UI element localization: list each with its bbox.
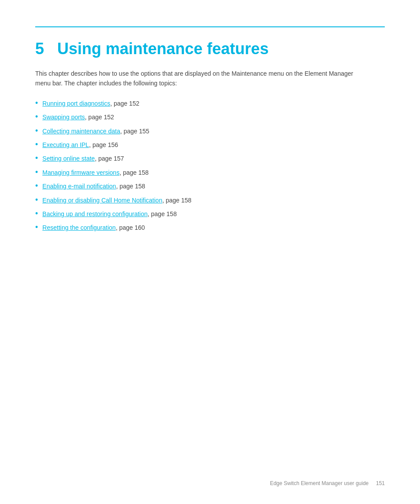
- toc-page-setting-online-state: , page 157: [95, 154, 124, 163]
- list-item: •Executing an IPL, page 156: [35, 140, 385, 150]
- footer-page-number: 151: [376, 480, 385, 486]
- bullet-icon: •: [35, 168, 38, 176]
- page-container: 5 Using maintenance features This chapte…: [0, 0, 420, 504]
- bullet-icon: •: [35, 113, 38, 121]
- chapter-header: 5 Using maintenance features: [35, 40, 385, 58]
- toc-link-running-port-diagnostics[interactable]: Running port diagnostics: [42, 99, 110, 108]
- chapter-number: 5: [35, 40, 48, 58]
- footer-text: Edge Switch Element Manager user guide: [270, 480, 368, 486]
- toc-page-swapping-ports: , page 152: [85, 112, 114, 122]
- toc-link-resetting-configuration[interactable]: Resetting the configuration: [42, 223, 116, 232]
- toc-link-enabling-call-home[interactable]: Enabling or disabling Call Home Notifica…: [42, 195, 162, 205]
- toc-link-enabling-email-notification[interactable]: Enabling e-mail notification: [42, 181, 116, 191]
- toc-page-executing-an-ipl: , page 156: [89, 140, 118, 150]
- bullet-icon: •: [35, 154, 38, 162]
- toc-page-enabling-call-home: , page 158: [162, 195, 192, 205]
- toc-link-executing-an-ipl[interactable]: Executing an IPL: [42, 140, 89, 150]
- bullet-icon: •: [35, 127, 38, 135]
- toc-link-managing-firmware-versions[interactable]: Managing firmware versions: [42, 168, 119, 177]
- bullet-icon: •: [35, 210, 38, 217]
- list-item: •Managing firmware versions, page 158: [35, 167, 385, 177]
- bullet-icon: •: [35, 182, 38, 190]
- toc-page-backing-up-restoring: , page 158: [147, 209, 177, 219]
- list-item: •Setting online state, page 157: [35, 153, 385, 163]
- top-rule: [35, 26, 385, 27]
- list-item: •Collecting maintenance data, page 155: [35, 126, 385, 136]
- toc-link-setting-online-state[interactable]: Setting online state: [42, 154, 95, 163]
- toc-page-managing-firmware-versions: , page 158: [119, 168, 148, 177]
- toc-page-collecting-maintenance-data: , page 155: [120, 126, 149, 136]
- list-item: •Backing up and restoring configuration,…: [35, 209, 385, 219]
- toc-link-swapping-ports[interactable]: Swapping ports: [42, 112, 85, 122]
- chapter-description: This chapter describes how to use the op…: [35, 69, 370, 88]
- footer-spacer: [370, 480, 375, 486]
- toc-link-collecting-maintenance-data[interactable]: Collecting maintenance data: [42, 126, 120, 136]
- toc-page-running-port-diagnostics: , page 152: [110, 99, 139, 108]
- bullet-icon: •: [35, 196, 38, 204]
- footer: Edge Switch Element Manager user guide 1…: [270, 480, 385, 486]
- list-item: •Enabling or disabling Call Home Notific…: [35, 195, 385, 205]
- toc-list: •Running port diagnostics, page 152•Swap…: [35, 98, 385, 233]
- list-item: •Swapping ports, page 152: [35, 112, 385, 122]
- toc-page-enabling-email-notification: , page 158: [116, 181, 145, 191]
- toc-page-resetting-configuration: , page 160: [116, 223, 145, 232]
- bullet-icon: •: [35, 99, 38, 107]
- list-item: •Running port diagnostics, page 152: [35, 98, 385, 108]
- list-item: •Enabling e-mail notification, page 158: [35, 181, 385, 191]
- bullet-icon: •: [35, 140, 38, 148]
- bullet-icon: •: [35, 223, 38, 231]
- toc-link-backing-up-restoring[interactable]: Backing up and restoring configuration: [42, 209, 147, 219]
- list-item: •Resetting the configuration, page 160: [35, 222, 385, 232]
- chapter-title: Using maintenance features: [57, 40, 269, 58]
